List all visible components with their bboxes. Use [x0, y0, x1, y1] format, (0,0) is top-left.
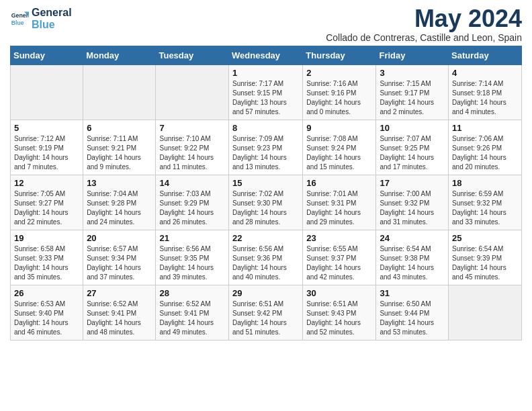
day-number: 28 — [159, 288, 225, 298]
calendar-cell — [83, 65, 156, 120]
day-number: 7 — [159, 123, 225, 133]
calendar-cell: 29Sunrise: 6:51 AM Sunset: 9:42 PM Dayli… — [229, 285, 303, 340]
day-info: Sunrise: 7:14 AM Sunset: 9:18 PM Dayligh… — [452, 79, 518, 117]
calendar-cell: 1Sunrise: 7:17 AM Sunset: 9:15 PM Daylig… — [229, 65, 303, 120]
calendar-cell: 13Sunrise: 7:04 AM Sunset: 9:28 PM Dayli… — [83, 175, 156, 230]
day-number: 20 — [87, 233, 152, 243]
calendar-cell: 3Sunrise: 7:15 AM Sunset: 9:17 PM Daylig… — [376, 65, 449, 120]
day-number: 26 — [14, 288, 79, 298]
day-number: 9 — [306, 123, 372, 133]
calendar-cell: 14Sunrise: 7:03 AM Sunset: 9:29 PM Dayli… — [156, 175, 229, 230]
calendar-cell: 8Sunrise: 7:09 AM Sunset: 9:23 PM Daylig… — [229, 120, 303, 175]
title-area: May 2024 Collado de Contreras, Castille … — [326, 7, 522, 43]
day-number: 17 — [380, 178, 445, 188]
day-info: Sunrise: 6:58 AM Sunset: 9:33 PM Dayligh… — [14, 244, 79, 282]
day-info: Sunrise: 6:52 AM Sunset: 9:41 PM Dayligh… — [159, 300, 225, 337]
calendar-cell: 31Sunrise: 6:50 AM Sunset: 9:44 PM Dayli… — [376, 285, 449, 340]
day-number: 27 — [87, 288, 152, 298]
svg-text:Blue: Blue — [11, 19, 24, 26]
calendar-cell: 30Sunrise: 6:51 AM Sunset: 9:43 PM Dayli… — [303, 285, 376, 340]
day-number: 3 — [380, 68, 445, 78]
calendar-cell — [11, 65, 83, 120]
day-number: 14 — [159, 178, 225, 188]
day-info: Sunrise: 7:16 AM Sunset: 9:16 PM Dayligh… — [306, 79, 372, 117]
calendar-cell: 17Sunrise: 7:00 AM Sunset: 9:32 PM Dayli… — [376, 175, 449, 230]
calendar-cell: 9Sunrise: 7:08 AM Sunset: 9:24 PM Daylig… — [303, 120, 376, 175]
calendar-cell: 15Sunrise: 7:02 AM Sunset: 9:30 PM Dayli… — [229, 175, 303, 230]
day-number: 1 — [232, 68, 299, 78]
weekday-header: Saturday — [449, 46, 522, 65]
calendar-cell: 10Sunrise: 7:07 AM Sunset: 9:25 PM Dayli… — [376, 120, 449, 175]
day-number: 29 — [232, 288, 299, 298]
day-info: Sunrise: 6:56 AM Sunset: 9:35 PM Dayligh… — [159, 244, 225, 282]
day-number: 15 — [232, 178, 299, 188]
location-subtitle: Collado de Contreras, Castille and Leon,… — [326, 32, 522, 43]
day-info: Sunrise: 6:59 AM Sunset: 9:32 PM Dayligh… — [452, 189, 518, 227]
day-info: Sunrise: 6:51 AM Sunset: 9:42 PM Dayligh… — [232, 300, 299, 337]
calendar-week-row: 12Sunrise: 7:05 AM Sunset: 9:27 PM Dayli… — [11, 175, 522, 230]
day-info: Sunrise: 6:51 AM Sunset: 9:43 PM Dayligh… — [306, 300, 372, 337]
day-number: 31 — [380, 288, 445, 298]
day-number: 23 — [306, 233, 372, 243]
day-number: 18 — [452, 178, 518, 188]
day-info: Sunrise: 6:55 AM Sunset: 9:37 PM Dayligh… — [306, 244, 372, 282]
day-info: Sunrise: 7:08 AM Sunset: 9:24 PM Dayligh… — [306, 134, 372, 172]
day-info: Sunrise: 7:09 AM Sunset: 9:23 PM Dayligh… — [232, 134, 299, 172]
day-info: Sunrise: 7:06 AM Sunset: 9:26 PM Dayligh… — [452, 134, 518, 172]
calendar-week-row: 26Sunrise: 6:53 AM Sunset: 9:40 PM Dayli… — [11, 285, 522, 340]
calendar-cell: 26Sunrise: 6:53 AM Sunset: 9:40 PM Dayli… — [11, 285, 83, 340]
day-info: Sunrise: 7:02 AM Sunset: 9:30 PM Dayligh… — [232, 189, 299, 227]
day-info: Sunrise: 6:50 AM Sunset: 9:44 PM Dayligh… — [380, 300, 445, 337]
day-number: 8 — [232, 123, 299, 133]
calendar-cell: 2Sunrise: 7:16 AM Sunset: 9:16 PM Daylig… — [303, 65, 376, 120]
day-info: Sunrise: 6:54 AM Sunset: 9:38 PM Dayligh… — [380, 244, 445, 282]
calendar-cell: 5Sunrise: 7:12 AM Sunset: 9:19 PM Daylig… — [11, 120, 83, 175]
logo: General Blue General Blue — [10, 7, 72, 30]
day-number: 2 — [306, 68, 372, 78]
calendar-cell: 11Sunrise: 7:06 AM Sunset: 9:26 PM Dayli… — [449, 120, 522, 175]
day-info: Sunrise: 7:11 AM Sunset: 9:21 PM Dayligh… — [87, 134, 152, 172]
day-number: 24 — [380, 233, 445, 243]
calendar-cell: 12Sunrise: 7:05 AM Sunset: 9:27 PM Dayli… — [11, 175, 83, 230]
day-number: 4 — [452, 68, 518, 78]
page-header: General Blue General Blue May 2024 Colla… — [10, 7, 522, 43]
day-number: 16 — [306, 178, 372, 188]
calendar-cell: 4Sunrise: 7:14 AM Sunset: 9:18 PM Daylig… — [449, 65, 522, 120]
calendar-cell: 19Sunrise: 6:58 AM Sunset: 9:33 PM Dayli… — [11, 230, 83, 285]
calendar-cell: 25Sunrise: 6:54 AM Sunset: 9:39 PM Dayli… — [449, 230, 522, 285]
day-info: Sunrise: 6:57 AM Sunset: 9:34 PM Dayligh… — [87, 244, 152, 282]
calendar-cell — [156, 65, 229, 120]
calendar-cell: 7Sunrise: 7:10 AM Sunset: 9:22 PM Daylig… — [156, 120, 229, 175]
day-info: Sunrise: 7:05 AM Sunset: 9:27 PM Dayligh… — [14, 189, 79, 227]
day-number: 21 — [159, 233, 225, 243]
day-number: 22 — [232, 233, 299, 243]
calendar-cell: 27Sunrise: 6:52 AM Sunset: 9:41 PM Dayli… — [83, 285, 156, 340]
calendar-cell: 16Sunrise: 7:01 AM Sunset: 9:31 PM Dayli… — [303, 175, 376, 230]
day-number: 5 — [14, 123, 79, 133]
calendar-cell: 18Sunrise: 6:59 AM Sunset: 9:32 PM Dayli… — [449, 175, 522, 230]
day-info: Sunrise: 6:52 AM Sunset: 9:41 PM Dayligh… — [87, 300, 152, 337]
calendar-cell: 23Sunrise: 6:55 AM Sunset: 9:37 PM Dayli… — [303, 230, 376, 285]
day-info: Sunrise: 6:53 AM Sunset: 9:40 PM Dayligh… — [14, 300, 79, 337]
calendar-cell: 24Sunrise: 6:54 AM Sunset: 9:38 PM Dayli… — [376, 230, 449, 285]
day-number: 10 — [380, 123, 445, 133]
day-info: Sunrise: 7:10 AM Sunset: 9:22 PM Dayligh… — [159, 134, 225, 172]
day-info: Sunrise: 7:12 AM Sunset: 9:19 PM Dayligh… — [14, 134, 79, 172]
day-number: 12 — [14, 178, 79, 188]
day-info: Sunrise: 7:04 AM Sunset: 9:28 PM Dayligh… — [87, 189, 152, 227]
weekday-header: Wednesday — [229, 46, 303, 65]
day-info: Sunrise: 7:00 AM Sunset: 9:32 PM Dayligh… — [380, 189, 445, 227]
day-info: Sunrise: 7:15 AM Sunset: 9:17 PM Dayligh… — [380, 79, 445, 117]
day-number: 25 — [452, 233, 518, 243]
day-info: Sunrise: 7:03 AM Sunset: 9:29 PM Dayligh… — [159, 189, 225, 227]
day-info: Sunrise: 7:01 AM Sunset: 9:31 PM Dayligh… — [306, 189, 372, 227]
day-number: 6 — [87, 123, 152, 133]
logo-icon: General Blue — [10, 9, 29, 28]
month-title: May 2024 — [326, 7, 522, 31]
day-number: 11 — [452, 123, 518, 133]
calendar-cell — [449, 285, 522, 340]
day-number: 13 — [87, 178, 152, 188]
calendar-week-row: 5Sunrise: 7:12 AM Sunset: 9:19 PM Daylig… — [11, 120, 522, 175]
calendar-table: SundayMondayTuesdayWednesdayThursdayFrid… — [10, 46, 522, 340]
day-number: 30 — [306, 288, 372, 298]
